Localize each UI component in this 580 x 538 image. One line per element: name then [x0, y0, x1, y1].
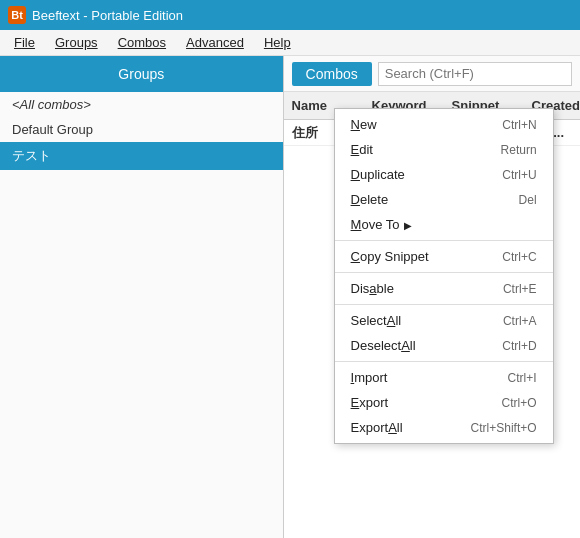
ctx-import[interactable]: Import Ctrl+I: [335, 365, 553, 390]
groups-list: <All combos> Default Group テスト: [0, 92, 283, 538]
ctx-separator-2: [335, 272, 553, 273]
ctx-separator-4: [335, 361, 553, 362]
right-panel: Combos Name Keyword Snippet Created 住所: [284, 56, 580, 538]
ctx-edit[interactable]: Edit Return: [335, 137, 553, 162]
menu-file[interactable]: File: [4, 32, 45, 53]
group-item-test[interactable]: テスト: [0, 142, 283, 170]
ctx-separator-1: [335, 240, 553, 241]
ctx-deselect-all[interactable]: Deselect All Ctrl+D: [335, 333, 553, 358]
ctx-copy-snippet[interactable]: Copy Snippet Ctrl+C: [335, 244, 553, 269]
main-area: Groups <All combos> Default Group テスト Co…: [0, 56, 580, 538]
menu-groups[interactable]: Groups: [45, 32, 108, 53]
combos-button[interactable]: Combos: [292, 62, 372, 86]
menu-bar: File Groups Combos Advanced Help: [0, 30, 580, 56]
ctx-delete[interactable]: Delete Del: [335, 187, 553, 212]
ctx-disable[interactable]: Disable Ctrl+E: [335, 276, 553, 301]
context-menu: New Ctrl+N Edit Return Duplicate Ctrl+U …: [334, 108, 554, 444]
menu-combos[interactable]: Combos: [108, 32, 176, 53]
ctx-export-all[interactable]: Export All Ctrl+Shift+O: [335, 415, 553, 440]
group-item-all-combos[interactable]: <All combos>: [0, 92, 283, 117]
menu-advanced[interactable]: Advanced: [176, 32, 254, 53]
ctx-move-to[interactable]: Move To: [335, 212, 553, 237]
group-item-default[interactable]: Default Group: [0, 117, 283, 142]
ctx-export[interactable]: Export Ctrl+O: [335, 390, 553, 415]
title-text: Beeftext - Portable Edition: [32, 8, 183, 23]
ctx-separator-3: [335, 304, 553, 305]
search-input[interactable]: [378, 62, 572, 86]
combos-toolbar: Combos: [284, 56, 580, 92]
ctx-duplicate[interactable]: Duplicate Ctrl+U: [335, 162, 553, 187]
left-panel: Groups <All combos> Default Group テスト: [0, 56, 284, 538]
title-bar: Bt Beeftext - Portable Edition: [0, 0, 580, 30]
menu-help[interactable]: Help: [254, 32, 301, 53]
ctx-select-all[interactable]: Select All Ctrl+A: [335, 308, 553, 333]
groups-button[interactable]: Groups: [0, 56, 283, 92]
ctx-new[interactable]: New Ctrl+N: [335, 112, 553, 137]
app-icon: Bt: [8, 6, 26, 24]
